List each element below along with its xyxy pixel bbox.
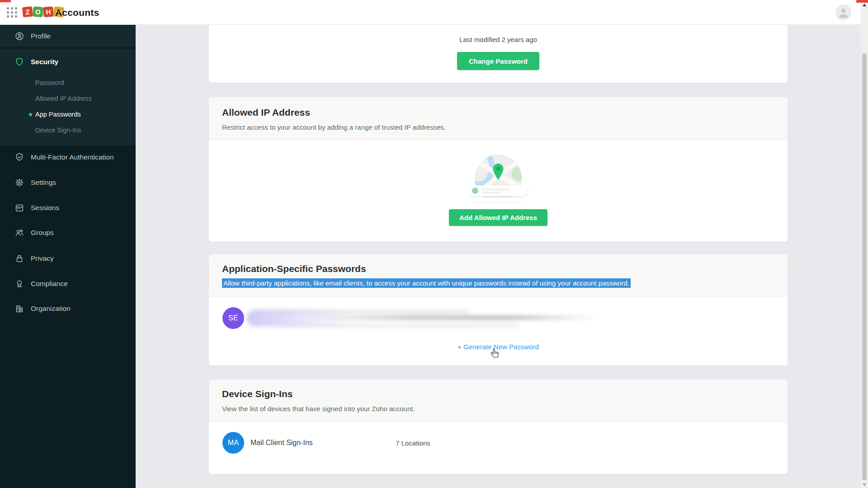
locations-count: 7 Locations — [396, 439, 430, 447]
people-icon — [14, 228, 24, 238]
sidebar-item-security[interactable]: Security — [0, 52, 136, 72]
sidebar-item-organization[interactable]: Organization — [0, 298, 136, 319]
sidebar-item-label: Privacy — [31, 254, 54, 263]
allowed-ip-description: Restrict access to your account by addin… — [222, 123, 788, 131]
add-allowed-ip-button[interactable]: Add Allowed IP Address — [449, 209, 547, 226]
password-card: Last modified 2 years ago Change Passwor… — [209, 25, 788, 83]
shield-icon — [14, 57, 24, 67]
building-icon — [14, 304, 24, 314]
profile-icon — [14, 31, 24, 41]
sidebar-item-groups[interactable]: Groups — [0, 222, 136, 243]
mail-client-signins-label[interactable]: Mail Client Sign-Ins — [250, 439, 313, 447]
sidebar-item-label: Organization — [31, 305, 71, 313]
app-grid-icon[interactable] — [7, 7, 18, 18]
app-passwords-title: Application-Specific Passwords — [222, 263, 788, 274]
zoho-accounts-app: Z O H O Accounts Profile — [0, 0, 868, 488]
app-passwords-card: Application-Specific Passwords Allow thi… — [209, 254, 788, 366]
device-signins-header: Device Sign-Ins View the list of devices… — [209, 380, 788, 422]
sidebar-subitem-app-passwords[interactable]: App Passwords — [35, 108, 81, 121]
sidebar-subitem-label: App Passwords — [35, 111, 81, 118]
map-illustration — [469, 155, 528, 206]
shield-check-icon — [14, 152, 24, 162]
allowed-ip-header: Allowed IP Address Restrict access to yo… — [209, 97, 788, 140]
scroll-up-arrow-icon[interactable] — [863, 4, 866, 6]
sidebar-subitem-label: Device Sign-Ins — [35, 127, 81, 134]
mouse-cursor — [490, 348, 500, 361]
sidebar-subitem-password[interactable]: Password — [35, 76, 64, 89]
badge-icon — [14, 279, 24, 289]
recording-indicator-left — [0, 0, 11, 2]
zoho-logo-tile: O — [33, 6, 43, 17]
device-signins-title: Device Sign-Ins — [222, 389, 788, 399]
zoho-logo-tile: Z — [22, 6, 33, 17]
user-avatar[interactable] — [835, 5, 851, 20]
device-signins-description: View the list of devices that have signe… — [222, 405, 788, 413]
main-content: Last modified 2 years ago Change Passwor… — [136, 25, 861, 488]
sidebar-subitem-label: Password — [35, 79, 64, 86]
app-passwords-description-selected: Allow third-party applications, like ema… — [222, 278, 631, 288]
sidebar-subitem-allowed-ip[interactable]: Allowed IP Address — [35, 92, 92, 105]
allowed-ip-title: Allowed IP Address — [222, 107, 788, 118]
recording-indicator-right — [856, 0, 868, 3]
sidebar-item-compliance[interactable]: Compliance — [0, 273, 136, 294]
device-signins-card: Device Sign-Ins View the list of devices… — [209, 380, 788, 474]
sidebar-item-label: Compliance — [31, 280, 68, 288]
sidebar-item-label: Groups — [31, 229, 54, 237]
redacted-entry-details — [247, 309, 595, 328]
gear-icon — [14, 178, 24, 188]
app-password-entry-avatar: SE — [222, 307, 244, 329]
sidebar-item-label: Profile — [31, 32, 51, 40]
sidebar-subitem-label: Allowed IP Address — [35, 95, 92, 102]
password-last-modified: Last modified 2 years ago — [209, 36, 788, 43]
sidebar-item-settings[interactable]: Settings — [0, 172, 136, 193]
sidebar-item-label: Multi-Factor Authentication — [31, 153, 114, 161]
active-indicator-dot — [29, 113, 32, 116]
scroll-down-arrow-icon[interactable] — [863, 483, 866, 486]
sidebar-item-profile[interactable]: Profile — [0, 26, 136, 47]
allowed-ip-card: Allowed IP Address Restrict access to yo… — [209, 97, 788, 242]
change-password-button[interactable]: Change Password — [457, 52, 539, 70]
person-icon — [835, 5, 851, 20]
sidebar-subitem-device-signins[interactable]: Device Sign-Ins — [35, 123, 81, 137]
map-overlay-bar — [469, 185, 528, 196]
sidebar-item-label: Settings — [31, 178, 56, 187]
topbar: Z O H O Accounts — [0, 0, 868, 25]
lock-icon — [14, 253, 24, 263]
app-passwords-header: Application-Specific Passwords Allow thi… — [209, 254, 788, 296]
sidebar-item-mfa[interactable]: Multi-Factor Authentication — [0, 147, 136, 168]
location-pin-icon — [491, 163, 506, 183]
sidebar-item-sessions[interactable]: Sessions — [0, 197, 136, 218]
sidebar-item-privacy[interactable]: Privacy — [0, 248, 136, 269]
scrollbar-thumb[interactable] — [862, 53, 867, 480]
sessions-icon — [14, 203, 24, 213]
sidebar-item-label: Sessions — [31, 204, 59, 212]
zoho-logo-tile: H — [43, 6, 53, 17]
page-title: Accounts — [55, 0, 99, 25]
mail-client-avatar: MA — [222, 432, 244, 454]
sidebar-item-label: Security — [31, 58, 58, 66]
vertical-scrollbar[interactable] — [861, 0, 868, 488]
map-overlay-bar-2 — [473, 197, 522, 202]
sidebar: Profile Security Password Allowed IP Add… — [0, 25, 136, 488]
